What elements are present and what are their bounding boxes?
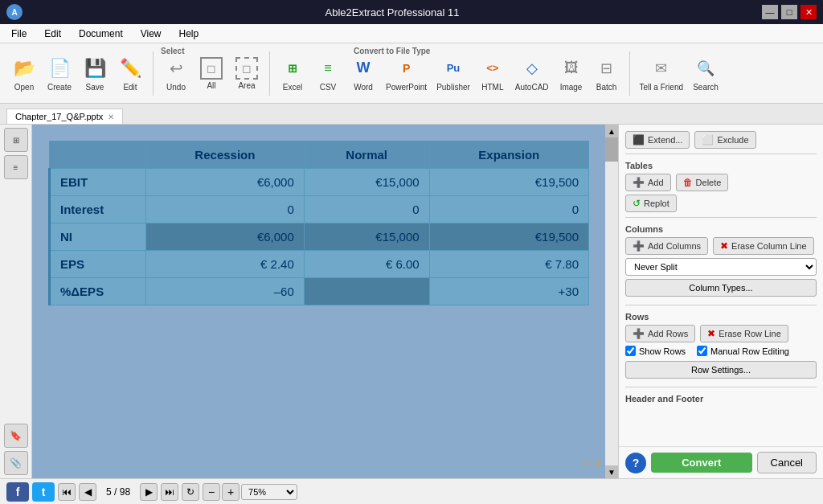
- nav-last-button[interactable]: ⏭: [161, 483, 178, 501]
- word-button[interactable]: W Word: [346, 48, 381, 98]
- add-rows-icon: ➕: [633, 328, 645, 339]
- convert-button[interactable]: Convert: [651, 453, 752, 473]
- manual-row-editing-label: Manual Row Editing: [710, 346, 789, 356]
- erase-column-line-button[interactable]: ✖ Erase Column Line: [713, 237, 814, 255]
- menu-edit[interactable]: Edit: [36, 27, 69, 41]
- show-rows-checkbox[interactable]: [625, 346, 636, 356]
- right-panel-scroll: ⬛ Extend... ⬜ Exclude Tables ➕ Add 🗑 De: [619, 125, 823, 446]
- scroll-thumb[interactable]: [605, 137, 618, 162]
- page-total: 98: [120, 486, 130, 498]
- left-panel: ⊞ ≡ 🔖 📎: [0, 125, 32, 478]
- zoom-in-button[interactable]: +: [222, 483, 240, 501]
- toolbar-divider-2: [269, 51, 270, 96]
- facebook-button[interactable]: f: [6, 482, 29, 502]
- open-button[interactable]: 📂 Open: [6, 48, 42, 98]
- menu-document[interactable]: Document: [71, 27, 131, 41]
- erase-row-icon: ✖: [707, 328, 715, 339]
- powerpoint-button[interactable]: P PowerPoint: [381, 48, 432, 98]
- ni-recession: €6,000: [146, 223, 305, 251]
- nav-first-button[interactable]: ⏮: [58, 483, 76, 501]
- create-button[interactable]: 📄 Create: [42, 48, 77, 98]
- scroll-up-button[interactable]: ▲: [605, 125, 618, 137]
- action-bar: ? Convert Cancel: [619, 446, 823, 478]
- vertical-scrollbar[interactable]: ▲ ▼: [605, 125, 618, 478]
- convert-section-label: Convert to File Type: [354, 47, 430, 55]
- twitter-button[interactable]: t: [32, 482, 55, 502]
- delete-table-button[interactable]: 🗑 Delete: [676, 174, 729, 191]
- scroll-down-button[interactable]: ▼: [605, 465, 618, 478]
- bookmark-button[interactable]: 📎: [4, 451, 28, 475]
- nav-next-button[interactable]: ▶: [140, 483, 158, 501]
- table-row: Recession Normal Expansion: [50, 141, 589, 169]
- menu-file[interactable]: File: [3, 27, 35, 41]
- publisher-button[interactable]: Pu Publisher: [432, 48, 475, 98]
- row-settings-button[interactable]: Row Settings...: [625, 361, 817, 379]
- document-content: Recession Normal Expansion EBIT €6,000 €…: [32, 125, 605, 322]
- autocad-button[interactable]: ◇ AutoCAD: [510, 48, 554, 98]
- tables-buttons-row: ➕ Add 🗑 Delete: [625, 174, 817, 191]
- edit-label: Edit: [123, 83, 137, 92]
- row-label-ebit: EBIT: [50, 169, 146, 196]
- extend-button[interactable]: ⬛ Extend...: [625, 131, 690, 149]
- all-button[interactable]: ◻ All: [194, 48, 229, 98]
- csv-button[interactable]: ≡ CSV: [310, 48, 346, 98]
- divider-3: [625, 305, 817, 305]
- replot-button[interactable]: ↺ Replot: [625, 195, 677, 212]
- tell-a-friend-icon: ✉: [649, 55, 674, 81]
- table-row: Interest 0 0 0: [50, 196, 589, 223]
- area-button[interactable]: ◻ Area: [229, 48, 264, 98]
- add-columns-button[interactable]: ➕ Add Columns: [625, 237, 708, 255]
- erase-column-line-label: Erase Column Line: [731, 241, 807, 251]
- undo-label: Undo: [166, 83, 186, 92]
- close-button[interactable]: ✕: [800, 5, 817, 19]
- excel-button[interactable]: ⊞ Excel: [275, 48, 310, 98]
- excel-label: Excel: [283, 83, 302, 92]
- nav-prev-button[interactable]: ◀: [79, 483, 96, 501]
- ni-expansion: €19,500: [429, 223, 588, 251]
- zoom-out-button[interactable]: −: [203, 483, 220, 501]
- list-view-button[interactable]: ≡: [4, 155, 28, 179]
- help-button[interactable]: ?: [625, 453, 646, 473]
- image-button[interactable]: 🖼 Image: [554, 48, 589, 98]
- right-panel: ⬛ Extend... ⬜ Exclude Tables ➕ Add 🗑 De: [618, 125, 823, 478]
- html-label: HTML: [481, 83, 503, 92]
- tab-close-button[interactable]: ✕: [108, 113, 114, 121]
- minimize-button[interactable]: —: [762, 5, 778, 19]
- exclude-button[interactable]: ⬜ Exclude: [694, 131, 755, 149]
- html-button[interactable]: <> HTML: [475, 48, 510, 98]
- document-tab[interactable]: Chapter_17_Q&P.pptx ✕: [6, 109, 123, 124]
- add-table-button[interactable]: ➕ Add: [625, 174, 671, 191]
- search-button[interactable]: 🔍 Search: [688, 48, 723, 98]
- replot-row: ↺ Replot: [625, 195, 817, 212]
- manual-row-editing-checkbox[interactable]: [697, 346, 707, 356]
- eps-normal: € 6.00: [304, 251, 429, 278]
- zoom-level-select[interactable]: 75%: [241, 484, 297, 500]
- eps-expansion: € 7.80: [429, 251, 588, 278]
- toolbar: Select Convert to File Type 📂 Open 📄 Cre…: [0, 43, 823, 104]
- replot-label: Replot: [644, 199, 669, 208]
- autocad-icon: ◇: [519, 55, 545, 81]
- save-button[interactable]: 💾 Save: [77, 48, 113, 98]
- column-types-button[interactable]: Column Types...: [625, 279, 817, 297]
- never-split-dropdown[interactable]: Never Split: [625, 258, 817, 276]
- edit-button[interactable]: ✏️ Edit: [113, 48, 148, 98]
- refresh-button[interactable]: ↻: [182, 483, 199, 501]
- annotation-button[interactable]: 🔖: [4, 424, 28, 448]
- cancel-button[interactable]: Cancel: [757, 452, 817, 473]
- select-section-label: Select: [161, 47, 184, 55]
- deltaeps-recession: –60: [146, 278, 305, 305]
- tell-a-friend-button[interactable]: ✉ Tell a Friend: [635, 48, 688, 98]
- deltaeps-normal: [304, 278, 429, 305]
- thumbnail-view-button[interactable]: ⊞: [4, 128, 28, 152]
- batch-button[interactable]: ⊟ Batch: [589, 48, 624, 98]
- menu-help[interactable]: Help: [171, 27, 207, 41]
- maximize-button[interactable]: □: [781, 5, 797, 19]
- menu-view[interactable]: View: [133, 27, 170, 41]
- delete-table-label: Delete: [696, 178, 722, 187]
- erase-row-line-button[interactable]: ✖ Erase Row Line: [700, 325, 788, 342]
- add-columns-label: Add Columns: [648, 241, 701, 251]
- all-label: All: [207, 81, 215, 90]
- add-rows-button[interactable]: ➕ Add Rows: [625, 325, 695, 342]
- undo-button[interactable]: ↩ Undo: [158, 48, 194, 98]
- rows-buttons-row: ➕ Add Rows ✖ Erase Row Line: [625, 325, 817, 342]
